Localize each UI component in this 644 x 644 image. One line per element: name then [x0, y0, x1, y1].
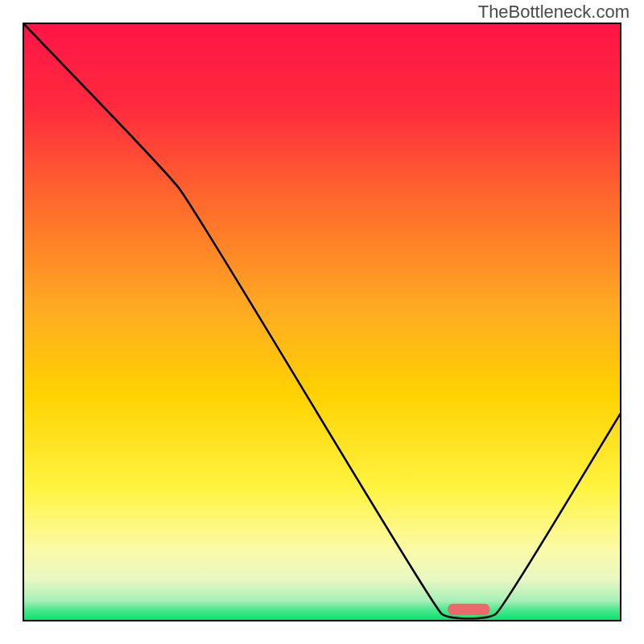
gradient-background — [23, 23, 621, 621]
optimal-marker — [448, 604, 489, 615]
chart-plot-area — [23, 23, 621, 621]
chart-svg — [23, 23, 621, 621]
watermark-text: TheBottleneck.com — [478, 2, 630, 23]
